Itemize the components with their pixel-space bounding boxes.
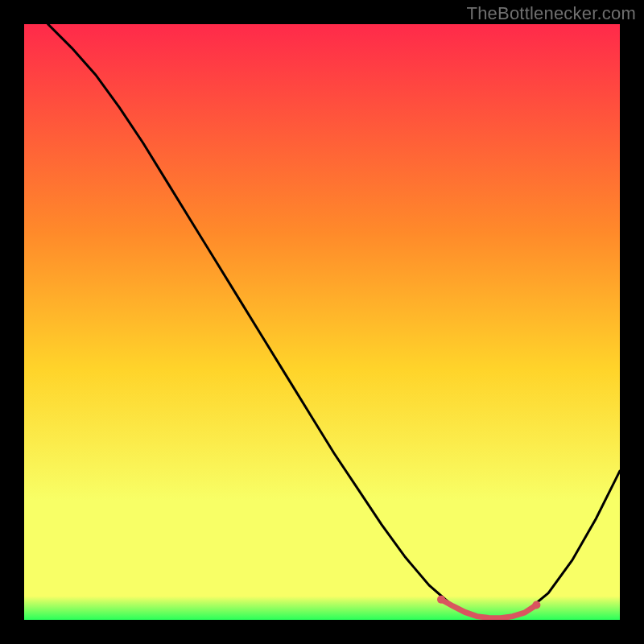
gradient-background xyxy=(24,24,620,620)
optimal-range-start-dot xyxy=(437,596,445,604)
bottleneck-chart xyxy=(24,24,620,620)
attribution-text: TheBottlenecker.com xyxy=(467,3,636,24)
optimal-range-end-dot xyxy=(532,601,540,609)
chart-container: TheBottlenecker.com xyxy=(0,0,644,644)
